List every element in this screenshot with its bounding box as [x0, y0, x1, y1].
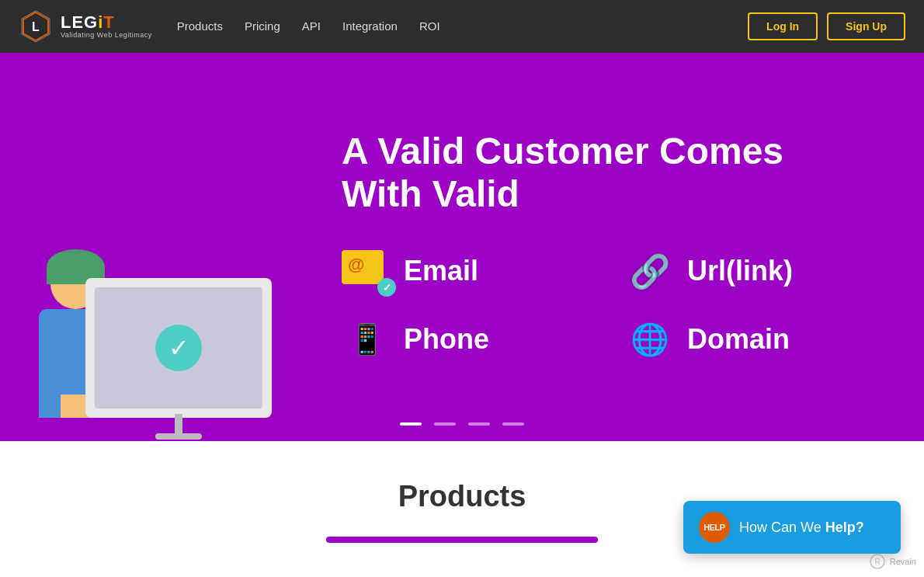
feature-url: 🔗 Url(link) [625, 246, 877, 296]
help-text: How Can We Help? [739, 520, 864, 536]
email-icon-visual: @ ✓ [342, 250, 391, 292]
url-icon: 🔗 [625, 246, 675, 296]
nav-item-products[interactable]: Products [177, 19, 223, 33]
feature-phone: 📱 Phone [342, 315, 594, 364]
nav-link-pricing[interactable]: Pricing [245, 19, 280, 33]
hero-slider-dots [400, 422, 524, 426]
hero-features: @ ✓ Email 🔗 Url(link) 📱 Phone [342, 246, 877, 364]
feature-domain: 🌐 Domain [625, 315, 877, 364]
revain-logo-icon: R [870, 554, 885, 558]
logo-subtitle: Validating Web Legitimacy [61, 32, 152, 40]
hero-content: A Valid Customer Comes With Valid @ ✓ Em… [326, 99, 924, 395]
url-label: Url(link) [687, 255, 793, 287]
url-icon-visual: 🔗 [630, 252, 670, 290]
help-text-prefix: How Can We [739, 520, 825, 535]
navbar-right: Log In Sign Up [748, 12, 905, 40]
nav-link-products[interactable]: Products [177, 19, 223, 33]
svg-text:L: L [32, 20, 40, 33]
email-check-badge: ✓ [377, 278, 396, 297]
signup-button[interactable]: Sign Up [827, 12, 905, 40]
dot-3[interactable] [468, 422, 490, 426]
login-button[interactable]: Log In [748, 12, 818, 40]
email-envelope: @ [342, 250, 384, 284]
hero-illustration: ✓ [0, 53, 326, 441]
products-underline-bar [326, 537, 598, 543]
monitor-stand [175, 414, 182, 433]
dot-2[interactable] [434, 422, 456, 426]
nav-links: Products Pricing API Integration ROI [177, 19, 440, 33]
logo-text-group: LEGiT Validating Web Legitimacy [61, 13, 152, 40]
phone-icon: 📱 [342, 315, 391, 364]
logo-icon: L [19, 9, 53, 43]
help-text-bold: Help? [825, 520, 864, 535]
logo-brand-name: LEGiT [61, 13, 152, 32]
domain-icon-visual: 🌐 [630, 322, 669, 358]
help-badge: HELP [699, 512, 730, 543]
at-symbol: @ [348, 255, 364, 275]
monitor: ✓ [85, 278, 272, 418]
revain-label: Revain [890, 557, 916, 558]
nav-item-integration[interactable]: Integration [342, 19, 398, 33]
monitor-base [155, 433, 202, 440]
nav-link-integration[interactable]: Integration [342, 19, 398, 33]
logo-area[interactable]: L LEGiT Validating Web Legitimacy [19, 9, 152, 43]
logo-t: T [103, 12, 114, 32]
illustration-container: ✓ [16, 68, 311, 441]
nav-item-pricing[interactable]: Pricing [245, 19, 280, 33]
logo-leg: LEG [61, 12, 98, 32]
hero-title-line1: A Valid Customer Comes [342, 130, 783, 172]
email-icon: @ ✓ [342, 246, 391, 296]
checkmark-circle: ✓ [155, 325, 202, 371]
nav-link-api[interactable]: API [302, 19, 321, 33]
hero-banner: ✓ A Valid Customer Comes With Valid @ [0, 53, 924, 441]
navbar-left: L LEGiT Validating Web Legitimacy Produc… [19, 9, 440, 43]
dot-4[interactable] [502, 422, 524, 426]
phone-icon-visual: 📱 [349, 322, 385, 356]
hero-title: A Valid Customer Comes With Valid [342, 130, 877, 215]
phone-label: Phone [404, 323, 489, 356]
revain-watermark: R Revain [870, 554, 916, 558]
domain-icon: 🌐 [625, 315, 675, 364]
svg-text:R: R [874, 558, 880, 558]
monitor-screen: ✓ [95, 287, 262, 408]
help-widget[interactable]: HELP How Can We Help? [683, 501, 901, 554]
navbar: L LEGiT Validating Web Legitimacy Produc… [0, 0, 924, 53]
dot-1[interactable] [400, 422, 422, 426]
domain-label: Domain [687, 323, 790, 356]
email-label: Email [404, 255, 478, 287]
hero-title-line2: With Valid [342, 173, 519, 214]
nav-item-roi[interactable]: ROI [419, 19, 440, 33]
nav-item-api[interactable]: API [302, 19, 321, 33]
nav-link-roi[interactable]: ROI [419, 19, 440, 33]
feature-email: @ ✓ Email [342, 246, 594, 296]
